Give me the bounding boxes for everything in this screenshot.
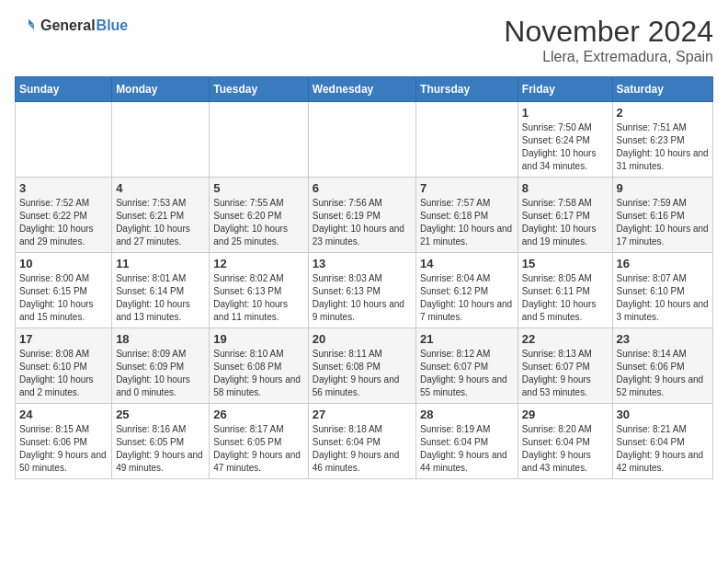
day-number: 10 <box>19 257 108 270</box>
day-number: 15 <box>522 257 609 270</box>
calendar-day-cell: 9Sunrise: 7:59 AM Sunset: 6:16 PM Daylig… <box>612 178 712 253</box>
calendar-day-cell: 27Sunrise: 8:18 AM Sunset: 6:04 PM Dayli… <box>308 404 415 479</box>
day-info: Sunrise: 8:19 AM Sunset: 6:04 PM Dayligh… <box>420 423 514 475</box>
calendar-header-row: SundayMondayTuesdayWednesdayThursdayFrid… <box>16 77 713 102</box>
day-number: 11 <box>116 257 205 270</box>
day-info: Sunrise: 8:12 AM Sunset: 6:07 PM Dayligh… <box>420 348 514 399</box>
day-info: Sunrise: 8:04 AM Sunset: 6:12 PM Dayligh… <box>420 272 514 324</box>
day-number: 28 <box>420 408 514 421</box>
calendar-day-cell: 19Sunrise: 8:10 AM Sunset: 6:08 PM Dayli… <box>210 328 308 404</box>
day-info: Sunrise: 7:59 AM Sunset: 6:16 PM Dayligh… <box>617 197 709 248</box>
calendar-day-header: Friday <box>518 77 612 102</box>
logo-blue-text: Blue <box>97 17 129 34</box>
calendar-day-cell <box>16 102 112 178</box>
location-subtitle: Llera, Extremadura, Spain <box>504 49 713 65</box>
day-info: Sunrise: 8:16 AM Sunset: 6:05 PM Dayligh… <box>116 423 205 475</box>
calendar-day-cell: 4Sunrise: 7:53 AM Sunset: 6:21 PM Daylig… <box>112 178 210 253</box>
day-info: Sunrise: 8:02 AM Sunset: 6:13 PM Dayligh… <box>213 272 303 324</box>
calendar-day-cell: 15Sunrise: 8:05 AM Sunset: 6:11 PM Dayli… <box>518 253 612 328</box>
day-number: 24 <box>19 408 108 421</box>
day-info: Sunrise: 8:10 AM Sunset: 6:08 PM Dayligh… <box>213 348 303 399</box>
day-number: 19 <box>213 332 303 346</box>
calendar-day-cell: 5Sunrise: 7:55 AM Sunset: 6:20 PM Daylig… <box>210 178 308 253</box>
day-number: 30 <box>617 408 709 421</box>
day-info: Sunrise: 7:51 AM Sunset: 6:23 PM Dayligh… <box>617 121 709 173</box>
day-number: 23 <box>617 332 709 346</box>
day-info: Sunrise: 8:21 AM Sunset: 6:04 PM Dayligh… <box>617 423 709 475</box>
calendar-day-cell: 1Sunrise: 7:50 AM Sunset: 6:24 PM Daylig… <box>518 102 612 178</box>
calendar-day-cell: 26Sunrise: 8:17 AM Sunset: 6:05 PM Dayli… <box>210 404 308 479</box>
calendar-day-header: Sunday <box>16 77 112 102</box>
calendar-day-cell <box>308 102 415 178</box>
day-number: 9 <box>617 181 709 195</box>
calendar-day-cell <box>210 102 308 178</box>
calendar-week-row: 1Sunrise: 7:50 AM Sunset: 6:24 PM Daylig… <box>16 102 713 178</box>
page-header: General Blue November 2024 Llera, Extrem… <box>15 15 713 65</box>
calendar-day-cell: 13Sunrise: 8:03 AM Sunset: 6:13 PM Dayli… <box>308 253 415 328</box>
title-block: November 2024 Llera, Extremadura, Spain <box>504 15 713 65</box>
day-info: Sunrise: 7:57 AM Sunset: 6:18 PM Dayligh… <box>420 197 514 248</box>
day-info: Sunrise: 7:53 AM Sunset: 6:21 PM Dayligh… <box>116 197 205 248</box>
calendar-day-cell <box>112 102 210 178</box>
calendar-day-cell: 12Sunrise: 8:02 AM Sunset: 6:13 PM Dayli… <box>210 253 308 328</box>
day-info: Sunrise: 8:09 AM Sunset: 6:09 PM Dayligh… <box>116 348 205 399</box>
day-number: 27 <box>313 408 412 421</box>
calendar-day-cell: 23Sunrise: 8:14 AM Sunset: 6:06 PM Dayli… <box>612 328 712 404</box>
day-info: Sunrise: 7:55 AM Sunset: 6:20 PM Dayligh… <box>213 197 303 248</box>
day-number: 14 <box>420 257 514 270</box>
day-info: Sunrise: 8:15 AM Sunset: 6:06 PM Dayligh… <box>19 423 108 475</box>
day-number: 3 <box>19 181 108 195</box>
day-info: Sunrise: 8:20 AM Sunset: 6:04 PM Dayligh… <box>522 423 609 475</box>
day-number: 22 <box>522 332 609 346</box>
day-number: 26 <box>213 408 303 421</box>
day-number: 20 <box>313 332 412 346</box>
day-info: Sunrise: 8:05 AM Sunset: 6:11 PM Dayligh… <box>522 272 609 324</box>
calendar-day-cell: 2Sunrise: 7:51 AM Sunset: 6:23 PM Daylig… <box>612 102 712 178</box>
calendar-week-row: 24Sunrise: 8:15 AM Sunset: 6:06 PM Dayli… <box>16 404 713 479</box>
calendar-day-cell: 17Sunrise: 8:08 AM Sunset: 6:10 PM Dayli… <box>16 328 112 404</box>
calendar-day-cell: 24Sunrise: 8:15 AM Sunset: 6:06 PM Dayli… <box>16 404 112 479</box>
day-info: Sunrise: 8:18 AM Sunset: 6:04 PM Dayligh… <box>313 423 412 475</box>
calendar-day-cell: 20Sunrise: 8:11 AM Sunset: 6:08 PM Dayli… <box>308 328 415 404</box>
day-info: Sunrise: 8:17 AM Sunset: 6:05 PM Dayligh… <box>213 423 303 475</box>
calendar-day-cell: 16Sunrise: 8:07 AM Sunset: 6:10 PM Dayli… <box>612 253 712 328</box>
day-info: Sunrise: 8:07 AM Sunset: 6:10 PM Dayligh… <box>617 272 709 324</box>
calendar-day-header: Monday <box>112 77 210 102</box>
day-number: 12 <box>213 257 303 270</box>
day-info: Sunrise: 8:14 AM Sunset: 6:06 PM Dayligh… <box>617 348 709 399</box>
day-number: 18 <box>116 332 205 346</box>
day-number: 16 <box>617 257 709 270</box>
calendar-day-header: Thursday <box>416 77 518 102</box>
calendar-week-row: 10Sunrise: 8:00 AM Sunset: 6:15 PM Dayli… <box>16 253 713 328</box>
calendar-day-cell: 30Sunrise: 8:21 AM Sunset: 6:04 PM Dayli… <box>612 404 712 479</box>
calendar-day-cell: 18Sunrise: 8:09 AM Sunset: 6:09 PM Dayli… <box>112 328 210 404</box>
day-info: Sunrise: 8:00 AM Sunset: 6:15 PM Dayligh… <box>19 272 108 324</box>
svg-marker-0 <box>28 19 34 25</box>
day-number: 17 <box>19 332 108 346</box>
calendar-day-cell: 3Sunrise: 7:52 AM Sunset: 6:22 PM Daylig… <box>16 178 112 253</box>
svg-marker-1 <box>28 25 34 30</box>
calendar-day-cell: 8Sunrise: 7:58 AM Sunset: 6:17 PM Daylig… <box>518 178 612 253</box>
logo-general-text: General <box>40 17 96 34</box>
day-number: 7 <box>420 181 514 195</box>
logo: General Blue <box>15 15 128 37</box>
day-number: 25 <box>116 408 205 421</box>
calendar-day-header: Tuesday <box>210 77 308 102</box>
day-info: Sunrise: 7:50 AM Sunset: 6:24 PM Dayligh… <box>522 121 609 173</box>
calendar-day-cell: 22Sunrise: 8:13 AM Sunset: 6:07 PM Dayli… <box>518 328 612 404</box>
day-number: 6 <box>313 181 412 195</box>
calendar-day-cell: 25Sunrise: 8:16 AM Sunset: 6:05 PM Dayli… <box>112 404 210 479</box>
calendar-day-header: Wednesday <box>308 77 415 102</box>
calendar-day-cell: 29Sunrise: 8:20 AM Sunset: 6:04 PM Dayli… <box>518 404 612 479</box>
day-number: 21 <box>420 332 514 346</box>
logo-icon <box>15 15 37 37</box>
month-year-title: November 2024 <box>504 15 713 49</box>
calendar-table: SundayMondayTuesdayWednesdayThursdayFrid… <box>15 76 713 479</box>
calendar-day-cell <box>416 102 518 178</box>
day-info: Sunrise: 8:11 AM Sunset: 6:08 PM Dayligh… <box>313 348 412 399</box>
day-info: Sunrise: 8:01 AM Sunset: 6:14 PM Dayligh… <box>116 272 205 324</box>
calendar-day-cell: 21Sunrise: 8:12 AM Sunset: 6:07 PM Dayli… <box>416 328 518 404</box>
day-info: Sunrise: 7:58 AM Sunset: 6:17 PM Dayligh… <box>522 197 609 248</box>
day-number: 4 <box>116 181 205 195</box>
calendar-day-cell: 6Sunrise: 7:56 AM Sunset: 6:19 PM Daylig… <box>308 178 415 253</box>
